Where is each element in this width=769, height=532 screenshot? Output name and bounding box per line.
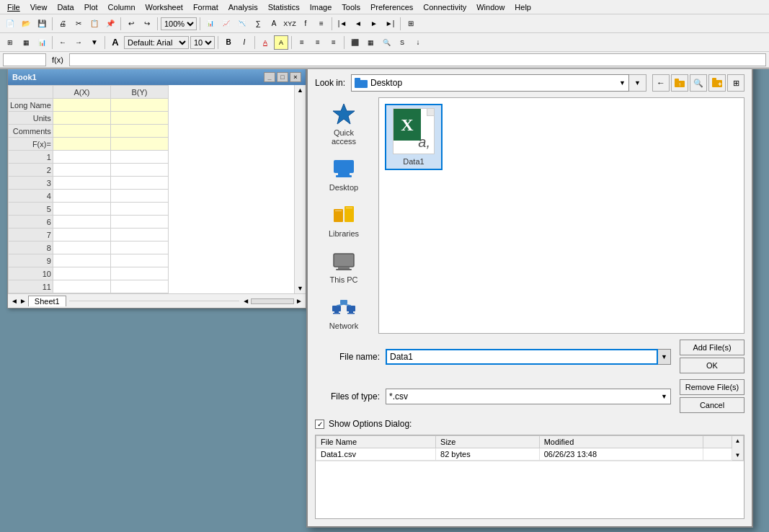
toolbar-btn14[interactable]: ≡ <box>314 17 329 31</box>
toolbar2-btn3[interactable]: 📊 <box>35 35 49 50</box>
font-size-combo[interactable]: 10 8 12 <box>190 36 215 49</box>
toolbar-save-btn[interactable]: 💾 <box>35 17 49 31</box>
menu-window[interactable]: Window <box>472 1 509 13</box>
toolbar2-btn6[interactable]: ▼ <box>87 35 102 50</box>
toolbar2-btn5[interactable]: → <box>71 35 86 50</box>
file-list-scroll-up[interactable]: ▲ <box>734 436 742 445</box>
menu-plot[interactable]: Plot <box>80 1 102 13</box>
cancel-btn[interactable]: Cancel <box>680 397 744 413</box>
nav-up-btn[interactable]: ↑ <box>671 74 688 92</box>
menu-analysis[interactable]: Analysis <box>224 1 262 13</box>
sidebar-item-libraries[interactable]: Libraries <box>319 198 369 241</box>
align-center-btn[interactable]: ≡ <box>311 35 325 50</box>
col-header-extra[interactable] <box>703 436 732 448</box>
col-header-modified[interactable]: Modified <box>539 436 703 448</box>
toolbar-print-btn[interactable]: 🖨 <box>55 17 70 31</box>
align-left-btn[interactable]: ≡ <box>295 35 309 50</box>
toolbar2-btn1[interactable]: ⊞ <box>3 35 17 50</box>
toolbar-btn4[interactable]: 📌 <box>103 17 117 31</box>
cell-reference-input[interactable] <box>3 53 46 66</box>
toolbar-btn15[interactable]: |◄ <box>335 17 350 31</box>
toolbar-btn12[interactable]: XYZ <box>283 17 297 31</box>
file-name-dropdown-btn[interactable]: ▼ <box>658 349 671 365</box>
toolbar-btn7[interactable]: 📊 <box>203 17 218 31</box>
maximize-btn[interactable]: □ <box>277 72 288 82</box>
some-btn4[interactable]: ↓ <box>411 35 425 50</box>
file-list-scrollbar[interactable]: ▲ ▼ <box>732 435 744 461</box>
file-item-data1[interactable]: X a, Data1 <box>385 104 443 170</box>
look-in-combo[interactable]: Desktop ▼ <box>351 74 629 92</box>
toolbar2-btn2[interactable]: ▦ <box>19 35 33 50</box>
formula-fn-btn[interactable]: f(x) <box>49 56 66 64</box>
menu-worksheet[interactable]: Worksheet <box>141 1 187 13</box>
menu-tools[interactable]: Tools <box>337 1 365 13</box>
menu-connectivity[interactable]: Connectivity <box>419 1 471 13</box>
menu-preferences[interactable]: Preferences <box>366 1 417 13</box>
toolbar-btn11[interactable]: A <box>267 17 281 31</box>
menu-view[interactable]: View <box>26 1 52 13</box>
close-btn[interactable]: × <box>290 72 301 82</box>
file-name-input[interactable] <box>386 349 658 365</box>
formula-input[interactable] <box>69 53 766 66</box>
nav-search-btn[interactable]: 🔍 <box>690 74 707 92</box>
col-header-size[interactable]: Size <box>436 436 540 448</box>
toolbar-btn18[interactable]: ►| <box>383 17 397 31</box>
file-list-scroll-down[interactable]: ▼ <box>734 451 742 460</box>
nav-back-btn[interactable]: ← <box>652 74 670 92</box>
nav-view-btn[interactable]: ⊞ <box>727 74 744 92</box>
menu-data[interactable]: Data <box>53 1 78 13</box>
toolbar-btn16[interactable]: ◄ <box>351 17 365 31</box>
menu-statistics[interactable]: Statistics <box>264 1 304 13</box>
menu-image[interactable]: Image <box>306 1 337 13</box>
col-header-filename[interactable]: File Name <box>316 436 436 448</box>
sidebar-item-desktop[interactable]: Desktop <box>319 152 369 195</box>
some-btn2[interactable]: 🔍 <box>379 35 394 50</box>
sidebar-item-this-pc[interactable]: This PC <box>319 244 369 288</box>
show-options-checkbox[interactable]: ✓ <box>315 420 324 429</box>
toolbar-btn5[interactable]: ↩ <box>124 17 138 31</box>
file-browse-area[interactable]: X a, Data1 <box>378 97 744 334</box>
toolbar-new-btn[interactable]: 📄 <box>3 17 17 31</box>
toolbar-btn6[interactable]: ↪ <box>140 17 154 31</box>
sidebar-item-network[interactable]: Network <box>319 291 369 334</box>
sheet-tab[interactable]: Sheet1 <box>28 296 66 306</box>
nav-new-folder-btn[interactable]: + <box>708 74 726 92</box>
sidebar-item-quick-access[interactable]: Quick access <box>319 97 369 149</box>
menu-help[interactable]: Help <box>510 1 535 13</box>
italic-btn[interactable]: I <box>237 35 252 50</box>
col-header-a[interactable]: A(X) <box>53 86 110 99</box>
minimize-btn[interactable]: _ <box>264 72 275 82</box>
toolbar-btn10[interactable]: ∑ <box>251 17 265 31</box>
toolbar-btn13[interactable]: f <box>298 17 313 31</box>
bold-btn[interactable]: B <box>221 35 236 50</box>
hscroll-track[interactable] <box>251 298 294 304</box>
menu-file[interactable]: File <box>3 1 25 13</box>
look-in-arrow-btn[interactable]: ▼ <box>629 74 646 92</box>
hscroll-left-btn[interactable]: ◄ <box>242 297 249 305</box>
toolbar-btn9[interactable]: 📉 <box>235 17 249 31</box>
file-type-combo[interactable]: *.csv ▼ <box>386 389 671 404</box>
merge-btn[interactable]: ⬛ <box>347 35 362 50</box>
toolbar-btn2[interactable]: ✂ <box>71 17 86 31</box>
grid-scrollbar-v[interactable]: ▲ ▼ <box>294 85 306 293</box>
borders-btn[interactable]: ▦ <box>363 35 378 50</box>
menu-column[interactable]: Column <box>104 1 140 13</box>
toolbar-open-btn[interactable]: 📂 <box>19 17 33 31</box>
file-list-row[interactable]: Data1.csv 82 bytes 06/26/23 13:48 <box>316 448 732 461</box>
zoom-combo[interactable]: 100% 75% 50% <box>161 17 197 30</box>
add-files-btn[interactable]: Add File(s) <box>680 340 744 355</box>
some-btn3[interactable]: S <box>395 35 409 50</box>
font-color-btn[interactable]: A <box>258 35 272 50</box>
toolbar2-btn4[interactable]: ← <box>55 35 70 50</box>
toolbar-btn3[interactable]: 📋 <box>87 17 102 31</box>
toolbar-btn19[interactable]: ⊞ <box>404 17 418 31</box>
toolbar-btn8[interactable]: 📈 <box>219 17 234 31</box>
scroll-left-btn[interactable]: ◄ <box>11 297 18 305</box>
menu-format[interactable]: Format <box>189 1 223 13</box>
scroll-right-btn[interactable]: ► <box>19 297 27 305</box>
ok-btn[interactable]: OK <box>680 358 744 373</box>
hscroll-right-btn[interactable]: ► <box>295 297 303 305</box>
font-combo[interactable]: Default: Arial Arial Times New Roman <box>124 36 189 49</box>
toolbar-btn17[interactable]: ► <box>367 17 381 31</box>
bg-color-btn[interactable]: A <box>274 35 288 50</box>
